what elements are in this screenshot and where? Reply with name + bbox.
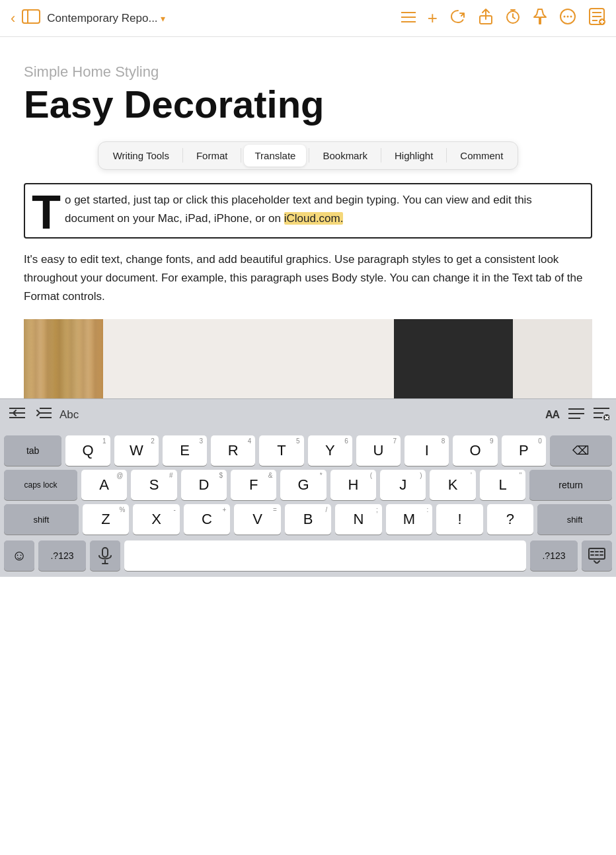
key-row-bottom: ☺ .?123 .?123 — [4, 539, 612, 573]
context-format[interactable]: Format — [186, 145, 239, 167]
key-a[interactable]: @ A — [81, 470, 127, 500]
align-button[interactable] — [568, 408, 584, 422]
add-icon[interactable]: + — [428, 8, 438, 28]
key-o[interactable]: 9 O — [453, 435, 497, 466]
key-space[interactable] — [124, 540, 526, 571]
doc-title-text: Contemporary Repo... — [47, 12, 157, 25]
pin-icon[interactable] — [533, 8, 547, 29]
keyboard: tab 1 Q 2 W 3 E 4 R 5 T 6 Y 7 U — [0, 430, 616, 577]
lasso-icon[interactable] — [449, 8, 467, 29]
key-tab[interactable]: tab — [4, 435, 61, 466]
dropcap-text: o get started, just tap or click this pl… — [65, 194, 532, 225]
drop-cap-letter: T — [32, 194, 61, 231]
key-row-3: shift % Z - X + C = V / B ; N : M — [4, 504, 612, 535]
key-t[interactable]: 5 T — [259, 435, 303, 466]
key-x[interactable]: - X — [133, 504, 179, 535]
dropcap-paragraph[interactable]: T o get started, just tap or click this … — [24, 183, 592, 239]
num-toggle-label: .?123 — [50, 550, 73, 561]
key-j[interactable]: ) J — [380, 470, 426, 500]
context-bookmark[interactable]: Bookmark — [312, 145, 378, 167]
key-u[interactable]: 7 U — [356, 435, 401, 466]
menu-divider-2 — [241, 148, 241, 163]
document-title-bar[interactable]: Contemporary Repo... ▾ — [47, 12, 165, 25]
kb-toolbar-right: AA — [545, 407, 609, 423]
right-image — [513, 319, 592, 398]
key-num-toggle-right[interactable]: .?123 — [530, 540, 578, 571]
sidebar-icon[interactable] — [22, 9, 40, 27]
svg-rect-33 — [102, 548, 108, 557]
menu-divider-3 — [309, 148, 309, 163]
key-shift-right[interactable]: shift — [537, 504, 612, 535]
toolbar: ‹ Contemporary Repo... ▾ + — [0, 0, 616, 37]
menu-divider-5 — [446, 148, 447, 163]
increase-indent-icon[interactable] — [33, 404, 54, 425]
key-m[interactable]: : M — [386, 504, 432, 535]
key-return[interactable]: return — [529, 470, 612, 500]
context-comment[interactable]: Comment — [449, 145, 514, 167]
key-f[interactable]: & F — [231, 470, 276, 500]
key-e[interactable]: 3 E — [163, 435, 207, 466]
decrease-indent-icon[interactable] — [7, 404, 28, 425]
body-paragraph[interactable]: It's easy to edit text, change fonts, an… — [24, 250, 592, 306]
doc-subtitle: Simple Home Styling — [24, 63, 592, 81]
key-k[interactable]: ' K — [430, 470, 475, 500]
context-menu: Writing Tools Format Translate Bookmark … — [98, 141, 519, 170]
key-n[interactable]: ; N — [335, 504, 381, 535]
key-caps-lock[interactable]: caps lock — [4, 470, 77, 500]
image-gap — [103, 319, 394, 398]
kb-toolbar-left: Abc — [7, 404, 541, 425]
key-h[interactable]: ( H — [330, 470, 376, 500]
key-p[interactable]: 0 P — [502, 435, 546, 466]
image-strip — [24, 319, 592, 398]
svg-rect-36 — [589, 548, 605, 559]
key-emoji[interactable]: ☺ — [4, 540, 34, 571]
keyboard-toolbar: Abc AA — [0, 398, 616, 430]
document-content: Simple Home Styling Easy Decorating Writ… — [0, 37, 616, 398]
highlighted-text: iCloud.com. — [284, 212, 344, 225]
share-icon[interactable] — [479, 8, 493, 29]
key-num-toggle-left[interactable]: .?123 — [38, 540, 86, 571]
key-r[interactable]: 4 R — [211, 435, 255, 466]
key-s[interactable]: # S — [131, 470, 176, 500]
note-icon[interactable] — [588, 7, 605, 30]
back-icon[interactable]: ‹ — [11, 10, 15, 27]
toolbar-right: + — [401, 7, 605, 30]
abc-button[interactable]: Abc — [59, 408, 79, 422]
toolbar-left: ‹ Contemporary Repo... ▾ — [11, 9, 396, 27]
svg-point-9 — [567, 15, 569, 17]
tab-label: tab — [26, 446, 39, 455]
key-question[interactable]: ? — [487, 504, 533, 535]
key-dictate[interactable] — [90, 540, 120, 571]
key-row-1: tab 1 Q 2 W 3 E 4 R 5 T 6 Y 7 U — [4, 435, 612, 466]
key-w[interactable]: 2 W — [114, 435, 159, 466]
microphone-icon — [98, 547, 112, 564]
key-exclaim[interactable]: ! — [436, 504, 482, 535]
text-size-button[interactable]: AA — [545, 409, 559, 421]
doc-title[interactable]: Easy Decorating — [24, 83, 592, 126]
list-icon[interactable] — [401, 10, 416, 27]
key-g[interactable]: * G — [280, 470, 326, 500]
key-d[interactable]: $ D — [181, 470, 227, 500]
key-b[interactable]: / B — [285, 504, 331, 535]
hide-keyboard-icon — [588, 548, 605, 564]
text-format-button[interactable] — [594, 407, 609, 423]
key-hide-keyboard[interactable] — [582, 540, 612, 571]
wood-image — [24, 319, 103, 398]
num-toggle-right-label: .?123 — [542, 550, 565, 561]
chevron-down-icon[interactable]: ▾ — [161, 13, 165, 24]
key-y[interactable]: 6 Y — [308, 435, 352, 466]
more-icon[interactable] — [559, 8, 576, 29]
menu-divider-4 — [381, 148, 381, 163]
key-c[interactable]: + C — [184, 504, 230, 535]
context-writing-tools[interactable]: Writing Tools — [102, 145, 180, 167]
context-highlight[interactable]: Highlight — [384, 145, 443, 167]
key-v[interactable]: = V — [234, 504, 280, 535]
key-l[interactable]: " L — [480, 470, 525, 500]
key-i[interactable]: 8 I — [404, 435, 449, 466]
key-q[interactable]: 1 Q — [65, 435, 110, 466]
key-z[interactable]: % Z — [83, 504, 129, 535]
key-delete[interactable]: ⌫ — [550, 435, 612, 466]
key-shift-left[interactable]: shift — [4, 504, 79, 535]
timer-icon[interactable] — [505, 9, 521, 28]
context-translate[interactable]: Translate — [244, 145, 306, 167]
